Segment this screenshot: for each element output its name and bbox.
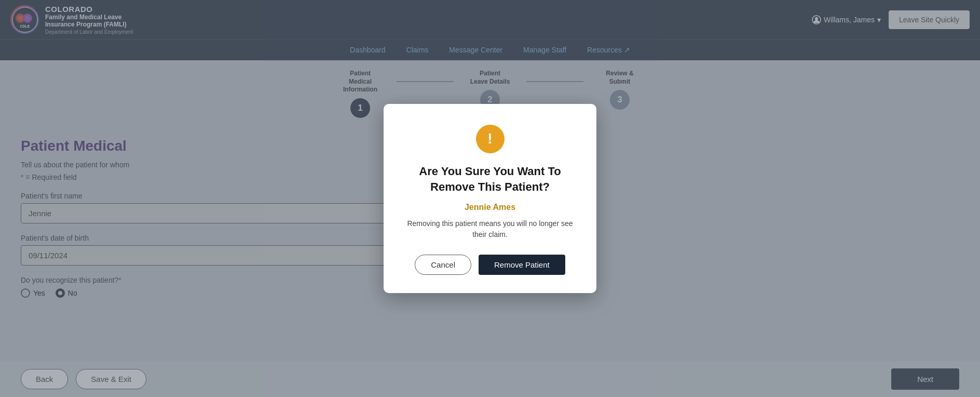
remove-patient-button[interactable]: Remove Patient	[479, 255, 565, 275]
modal-patient-name: Jennie Ames	[402, 203, 578, 212]
modal-title: Are You Sure You Want To Remove This Pat…	[402, 164, 578, 194]
modal-buttons: Cancel Remove Patient	[402, 255, 578, 275]
cancel-button[interactable]: Cancel	[415, 255, 471, 275]
warning-icon: !	[476, 125, 505, 153]
remove-patient-modal: ! Are You Sure You Want To Remove This P…	[384, 104, 596, 293]
modal-overlay: ! Are You Sure You Want To Remove This P…	[0, 0, 980, 397]
modal-description: Removing this patient means you will no …	[402, 218, 578, 240]
